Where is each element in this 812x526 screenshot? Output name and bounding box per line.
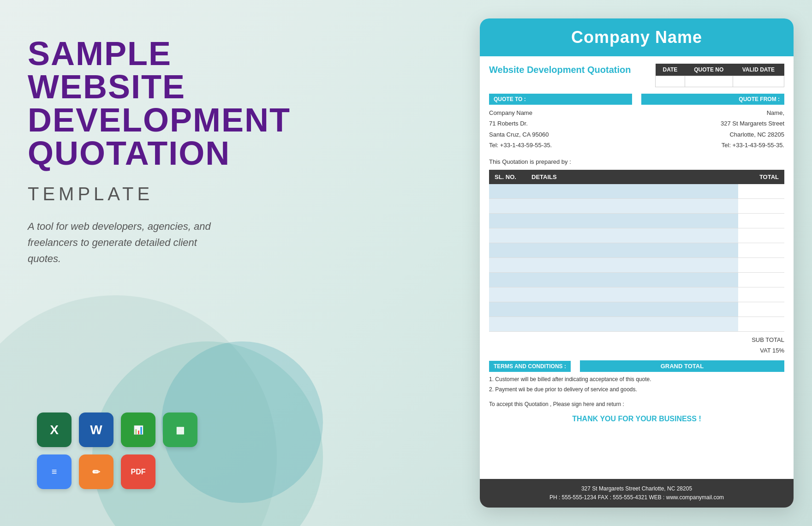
quote-to-name: Company Name (489, 108, 632, 118)
quote-to-address2: Santa Cruz, CA 95060 (489, 129, 632, 140)
docs-icon[interactable]: ≡ (37, 454, 72, 489)
terms-line-1: 1. Customer will be billed after indicat… (489, 375, 784, 385)
app-icons: X W 📊 ▦ ≡ ✏ PDF (37, 412, 197, 489)
quote-from-tel: Tel: +33-1-43-59-55-35. (641, 140, 784, 150)
table-row (489, 228, 784, 243)
vat-row: VAT 15% (489, 345, 784, 356)
quote-to-label: QUOTE TO : (489, 94, 632, 105)
table-row (489, 214, 784, 228)
table-row (489, 243, 784, 258)
total-header: TOTAL (738, 170, 784, 184)
table-row (489, 287, 784, 302)
quote-from-name: Name, (641, 108, 784, 118)
quote-no-value[interactable] (685, 76, 733, 87)
quote-to-block: QUOTE TO : Company Name 71 Roberts Dr. S… (489, 94, 632, 151)
quote-from-address1: 327 St Margarets Street (641, 118, 784, 129)
pdf-icon[interactable]: PDF (121, 454, 155, 489)
sub-total-row: SUB TOTAL (489, 335, 784, 345)
quote-from-address2: Charlotte, NC 28205 (641, 129, 784, 140)
valid-date-value[interactable] (733, 76, 784, 87)
terms-line-2: 2. Payment wii be due prior to delivery … (489, 385, 784, 395)
description: A tool for web developers, agencies, and… (28, 218, 212, 267)
items-table: SL. NO. DETAILS TOTAL (489, 170, 784, 332)
sheets-icon[interactable]: ▦ (163, 412, 197, 447)
table-row (489, 258, 784, 273)
sl-no-header: SL. NO. (489, 170, 526, 184)
excel-icon[interactable]: X (37, 412, 72, 447)
totals-section: SUB TOTAL VAT 15% (480, 332, 794, 359)
company-header: Company Name (480, 18, 794, 56)
footer-line-2: PH : 555-555-1234 FAX : 555-555-4321 WEB… (489, 493, 784, 502)
sub-title: TEMPLATE (28, 184, 286, 204)
quote-to-tel: Tel: +33-1-43-59-55-35. (489, 140, 632, 150)
quote-from-block: QUOTE FROM : Name, 327 St Margarets Stre… (641, 94, 784, 151)
quote-header: Website Development Quotation DATE QUOTE… (480, 56, 794, 92)
terms-content: 1. Customer will be billed after indicat… (480, 372, 794, 397)
footer-line-1: 327 St Margarets Street Charlotte, NC 28… (489, 484, 784, 493)
address-section: QUOTE TO : Company Name 71 Roberts Dr. S… (480, 92, 794, 155)
quote-info-table: DATE QUOTE NO VALID DATE (655, 64, 784, 87)
quote-from-label: QUOTE FROM : (641, 94, 784, 105)
details-header: DETAILS (526, 170, 738, 184)
numbers-icon[interactable]: 📊 (121, 412, 155, 447)
pages-icon[interactable]: ✏ (79, 454, 113, 489)
quote-no-header: QUOTE NO (685, 64, 733, 76)
bottom-section: TERMS AND CONDITIONS : GRAND TOTAL (480, 359, 794, 372)
main-title: SAMPLEWEBSITEDEVELOPMENTQUOTATION (28, 37, 286, 170)
thank-you: THANK YOU FOR YOUR BUSINESS ! (480, 411, 794, 427)
quote-title-block: Website Development Quotation (489, 64, 646, 76)
prepared-by: This Quotation is prepared by : (480, 155, 794, 170)
table-row (489, 199, 784, 214)
document-card: Company Name Website Development Quotati… (480, 18, 794, 508)
valid-date-header: VALID DATE (733, 64, 784, 76)
grand-total-label: GRAND TOTAL (580, 360, 784, 372)
company-name: Company Name (489, 28, 784, 47)
quote-title: Website Development Quotation (489, 64, 646, 76)
word-icon[interactable]: W (79, 412, 113, 447)
date-header: DATE (656, 64, 685, 76)
table-row (489, 273, 784, 287)
terms-label: TERMS AND CONDITIONS : (489, 361, 571, 372)
quote-to-address1: 71 Roberts Dr. (489, 118, 632, 129)
table-row (489, 184, 784, 199)
table-row (489, 317, 784, 332)
doc-footer: 327 St Margarets Street Charlotte, NC 28… (480, 479, 794, 508)
sign-section: To accept this Quotation , Please sign h… (480, 397, 794, 411)
left-panel: SAMPLEWEBSITEDEVELOPMENTQUOTATION TEMPLA… (28, 37, 286, 267)
date-value[interactable] (656, 76, 685, 87)
table-row (489, 302, 784, 317)
